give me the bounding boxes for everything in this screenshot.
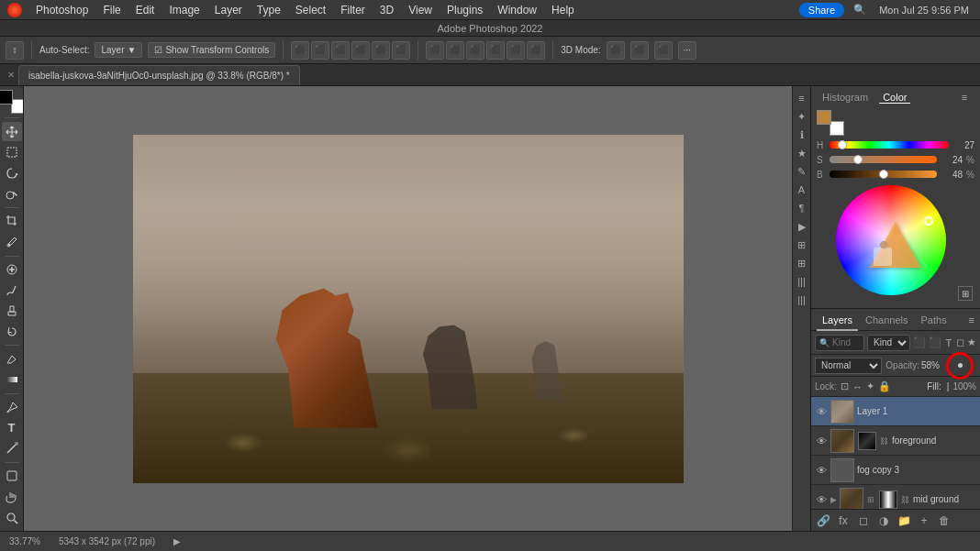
- 3d-option-2[interactable]: ⬛: [630, 41, 649, 60]
- layers-kind-select[interactable]: Kind: [867, 335, 910, 351]
- layers-panel-menu[interactable]: ≡: [969, 314, 974, 325]
- healing-tool[interactable]: [2, 260, 22, 280]
- tab-channels[interactable]: Channels: [860, 309, 913, 331]
- layers-search[interactable]: 🔍: [815, 335, 864, 351]
- path-select-tool[interactable]: [2, 439, 22, 458]
- bri-thumb[interactable]: [879, 170, 888, 179]
- menu-plugins[interactable]: Plugins: [440, 0, 489, 20]
- fill-value[interactable]: |: [947, 381, 950, 391]
- add-layer-btn[interactable]: +: [916, 512, 932, 529]
- fill-value-display[interactable]: 100%: [952, 381, 976, 391]
- panel-btn-3[interactable]: ℹ: [794, 127, 810, 143]
- auto-select-dropdown[interactable]: Layer ▼: [95, 42, 142, 58]
- menu-file[interactable]: File: [96, 0, 127, 20]
- layers-search-input[interactable]: [832, 337, 860, 347]
- hand-tool[interactable]: [2, 488, 22, 507]
- history-brush-tool[interactable]: [2, 323, 22, 342]
- blend-mode-select[interactable]: Normal: [815, 358, 882, 374]
- menu-3d[interactable]: 3D: [373, 0, 400, 20]
- filter-pixel[interactable]: ⬛: [913, 335, 926, 351]
- panel-btn-8[interactable]: ▶: [794, 218, 810, 235]
- opacity-value[interactable]: 58%: [921, 360, 940, 370]
- align-right[interactable]: ⬛: [331, 41, 350, 60]
- layer-row-layer1[interactable]: 👁 Layer 1: [811, 397, 980, 426]
- bri-slider[interactable]: [830, 171, 937, 178]
- add-adjustment-btn[interactable]: ◑: [875, 512, 892, 529]
- tab-paths[interactable]: Paths: [916, 309, 952, 331]
- lock-position[interactable]: ↔: [852, 381, 863, 392]
- dist-6[interactable]: ⬛: [527, 41, 545, 60]
- align-bottom[interactable]: ⬛: [392, 41, 410, 60]
- dist-3[interactable]: ⬛: [466, 41, 484, 60]
- hue-thumb[interactable]: [838, 140, 847, 149]
- align-top[interactable]: ⬛: [351, 41, 370, 60]
- move-tool[interactable]: [2, 122, 22, 141]
- add-style-btn[interactable]: fx: [835, 512, 852, 529]
- filter-smart[interactable]: ★: [967, 335, 976, 351]
- layer-row-midground[interactable]: 👁 ▶ ⊞ ⛓ mid ground: [811, 485, 980, 509]
- foreground-color[interactable]: [0, 90, 13, 105]
- tab-color[interactable]: Color: [879, 92, 910, 104]
- panel-btn-6[interactable]: A: [794, 182, 810, 198]
- filter-adjust[interactable]: ⬛: [929, 335, 941, 351]
- crop-tool[interactable]: [2, 212, 22, 231]
- gradient-tool[interactable]: [2, 370, 22, 390]
- show-transform-checkbox[interactable]: ☑ Show Transform Controls: [148, 42, 275, 58]
- lasso-tool[interactable]: [2, 164, 22, 183]
- search-icon[interactable]: 🔍: [850, 4, 870, 16]
- panel-btn-5[interactable]: ✎: [794, 163, 810, 180]
- filter-shape[interactable]: ◻: [956, 335, 965, 351]
- sat-slider[interactable]: [830, 156, 937, 163]
- layer-row-foreground[interactable]: 👁 ⛓ foreground: [811, 426, 980, 456]
- clone-stamp-tool[interactable]: [2, 302, 22, 321]
- menu-image[interactable]: Image: [162, 0, 206, 20]
- layer-visibility-midground[interactable]: 👁: [815, 493, 828, 506]
- brush-tool[interactable]: [2, 281, 22, 300]
- dist-4[interactable]: ⬛: [486, 41, 505, 60]
- hue-value[interactable]: 27: [952, 140, 974, 150]
- menu-layer[interactable]: Layer: [208, 0, 249, 20]
- menu-help[interactable]: Help: [545, 0, 581, 20]
- document-tab[interactable]: isabella-juskova-9aNitHjuOc0-unsplash.jp…: [18, 65, 300, 85]
- add-group-btn[interactable]: 📁: [896, 512, 912, 529]
- color-fg-swatch[interactable]: [817, 110, 831, 125]
- move-tool-options[interactable]: ↕: [6, 41, 24, 60]
- layer-visibility-layer1[interactable]: 👁: [815, 405, 828, 418]
- align-center-h[interactable]: ⬛: [311, 41, 329, 60]
- 3d-option-3[interactable]: ⬛: [654, 41, 673, 60]
- more-options[interactable]: ···: [678, 41, 696, 60]
- lock-artboard[interactable]: ✦: [866, 380, 874, 392]
- add-mask-btn[interactable]: ◻: [855, 512, 872, 529]
- sat-thumb[interactable]: [853, 155, 863, 164]
- color-bg-swatch[interactable]: [830, 121, 844, 136]
- marquee-tool[interactable]: [2, 143, 22, 162]
- panel-btn-9[interactable]: ⊞: [794, 237, 810, 253]
- menu-window[interactable]: Window: [491, 0, 543, 20]
- tab-histogram[interactable]: Histogram: [819, 92, 872, 103]
- lock-pixel[interactable]: ⊡: [841, 380, 849, 392]
- sat-value[interactable]: 24: [941, 155, 963, 165]
- layer-name-fogcopy3[interactable]: fog copy 3: [857, 465, 976, 475]
- link-layers-btn[interactable]: 🔗: [815, 512, 831, 529]
- layer-name-layer1[interactable]: Layer 1: [857, 406, 976, 416]
- color-fg-bg[interactable]: [817, 110, 844, 136]
- eraser-tool[interactable]: [2, 349, 22, 369]
- bri-value[interactable]: 48: [941, 170, 963, 180]
- color-picker-dot[interactable]: [880, 241, 887, 248]
- hue-indicator[interactable]: [924, 216, 933, 226]
- panel-btn-10[interactable]: ⊞: [794, 255, 810, 271]
- layer-options-midground[interactable]: ▶: [830, 495, 837, 504]
- align-left[interactable]: ⬛: [291, 41, 309, 60]
- hue-slider[interactable]: [830, 141, 949, 149]
- layer-visibility-fogcopy3[interactable]: 👁: [815, 464, 828, 477]
- panel-btn-7[interactable]: ¶: [794, 200, 810, 216]
- menu-select[interactable]: Select: [289, 0, 332, 20]
- layer-name-midground[interactable]: mid ground: [913, 494, 976, 504]
- panel-btn-2[interactable]: ✦: [794, 108, 810, 125]
- background-color[interactable]: [11, 99, 25, 114]
- fg-bg-color[interactable]: [0, 90, 24, 114]
- dist-2[interactable]: ⬛: [446, 41, 464, 60]
- dist-5[interactable]: ⬛: [507, 41, 525, 60]
- menu-type[interactable]: Type: [251, 0, 287, 20]
- document-canvas[interactable]: [133, 135, 684, 483]
